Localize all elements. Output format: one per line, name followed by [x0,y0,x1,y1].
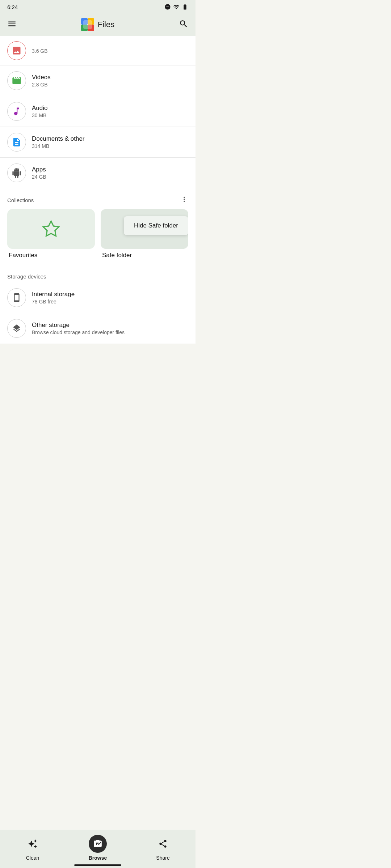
document-icon [12,137,22,147]
internal-storage-name: Internal storage [32,291,75,298]
android-icon [12,168,22,178]
battery-icon [182,4,188,10]
wifi-icon [173,4,180,10]
apps-size: 24 GB [32,174,188,180]
audio-icon-wrap [7,102,26,121]
file-item-images[interactable]: 3.6 GB [0,36,196,65]
app-header: Files [81,18,114,31]
svg-marker-5 [43,221,59,236]
audio-info: Audio 30 MB [32,105,188,118]
videos-name: Videos [32,74,188,81]
image-icon [12,46,22,56]
safe-folder-label: Safe folder [101,252,188,259]
file-item-apps[interactable]: Apps 24 GB [0,158,196,188]
app-logo [81,18,94,31]
apps-icon-wrap [7,163,26,182]
collections-header: Collections [0,188,196,209]
video-icon [12,76,22,86]
documents-name: Documents & other [32,135,188,142]
other-storage-info: Other storage Browse cloud storage and d… [32,322,125,335]
documents-info: Documents & other 314 MB [32,135,188,149]
videos-icon-wrap [7,71,26,90]
images-size: 3.6 GB [32,48,188,54]
documents-size: 314 MB [32,143,188,149]
svg-rect-4 [83,20,92,29]
favourites-label: Favourites [7,252,95,259]
search-icon[interactable] [179,19,188,30]
dnd-icon [164,4,171,10]
collections-title: Collections [7,197,34,203]
storage-header: Storage devices [0,266,196,282]
audio-size: 30 MB [32,112,188,118]
audio-name: Audio [32,105,188,112]
internal-storage-info: Internal storage 78 GB free [32,291,75,305]
app-title: Files [98,20,114,29]
status-icons [164,4,188,10]
other-storage-icon-wrap [7,319,26,338]
apps-info: Apps 24 GB [32,166,188,180]
file-item-documents[interactable]: Documents & other 314 MB [0,127,196,158]
phone-icon [12,293,21,302]
favourites-card-inner [7,209,95,249]
audio-icon [12,106,22,116]
hide-safe-folder-popup[interactable]: Hide Safe folder [124,216,188,235]
videos-info: Videos 2.8 GB [32,74,188,88]
other-storage-name: Other storage [32,322,125,329]
storage-item-internal[interactable]: Internal storage 78 GB free [0,282,196,313]
top-bar: Files [0,13,196,36]
images-icon-wrap [7,41,26,60]
menu-icon[interactable] [7,19,17,30]
images-info: 3.6 GB [32,47,188,54]
file-categories: 3.6 GB Videos 2.8 GB Audio 30 MB [0,36,196,188]
documents-icon-wrap [7,133,26,152]
storage-item-other[interactable]: Other storage Browse cloud storage and d… [0,313,196,344]
collections-row: Favourites Safe folder Hide Safe folder [0,209,196,266]
file-item-audio[interactable]: Audio 30 MB [0,96,196,127]
other-storage-sub: Browse cloud storage and developer files [32,329,125,335]
favourites-card[interactable]: Favourites [7,209,95,259]
storage-title: Storage devices [7,273,46,280]
star-icon [42,220,60,238]
layers-icon [12,324,21,333]
status-time: 6:24 [7,4,18,10]
collections-more-button[interactable] [180,195,188,205]
file-item-videos[interactable]: Videos 2.8 GB [0,65,196,96]
internal-storage-icon-wrap [7,288,26,307]
safe-folder-card[interactable]: Safe folder Hide Safe folder [101,209,188,259]
videos-size: 2.8 GB [32,82,188,88]
storage-section: Storage devices Internal storage 78 GB f… [0,266,196,344]
internal-storage-sub: 78 GB free [32,299,75,305]
apps-name: Apps [32,166,188,173]
status-bar: 6:24 [0,0,196,13]
